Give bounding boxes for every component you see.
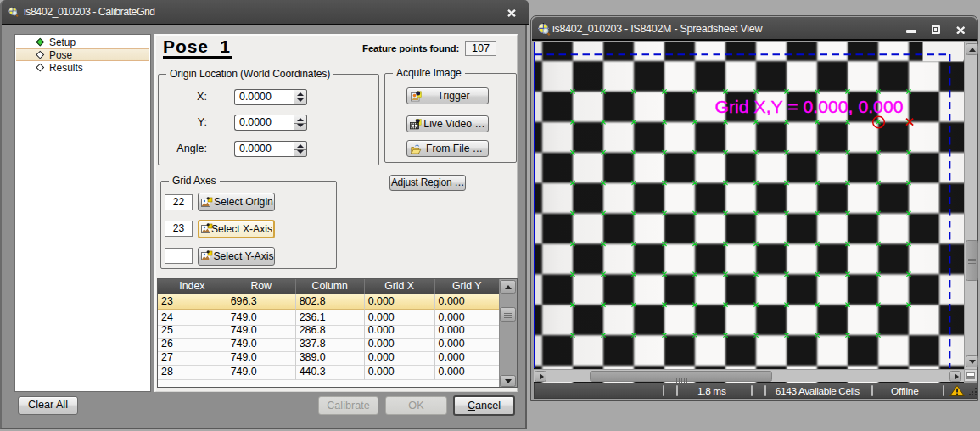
svg-text:Grid X,Y = 0.000, 0.000: Grid X,Y = 0.000, 0.000 [714,97,903,116]
